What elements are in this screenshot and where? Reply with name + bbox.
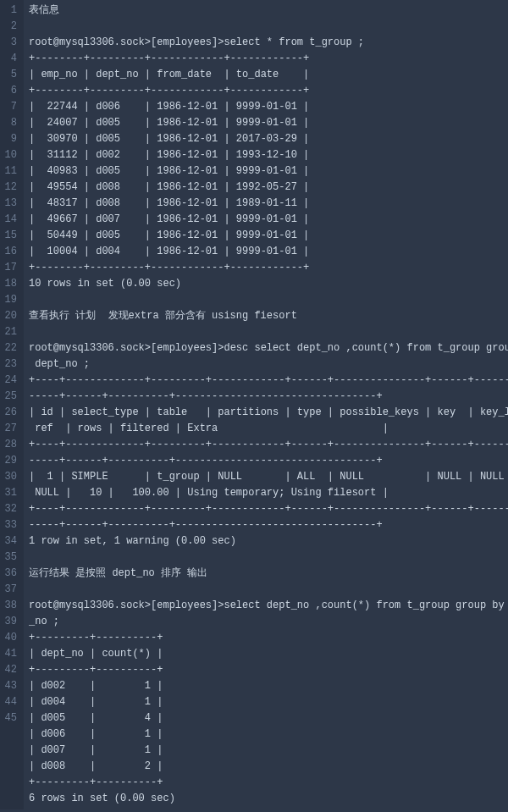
code-line: | d004 | 1 | <box>29 694 503 710</box>
code-line: | 31112 | d002 | 1986-12-01 | 1993-12-10… <box>29 147 503 163</box>
code-line: | 24007 | d005 | 1986-12-01 | 9999-01-01… <box>29 115 503 131</box>
line-number <box>3 775 17 791</box>
line-number: 42 <box>3 662 17 678</box>
line-number: 7 <box>3 99 17 115</box>
code-line: | d006 | 1 | <box>29 726 503 743</box>
line-number: 13 <box>3 196 17 212</box>
line-number <box>3 726 17 743</box>
line-number: 33 <box>3 517 17 533</box>
code-line <box>29 19 503 35</box>
line-number: 12 <box>3 180 17 196</box>
line-number: 15 <box>3 228 17 244</box>
line-number: 2 <box>3 19 17 35</box>
code-line: | 22744 | d006 | 1986-12-01 | 9999-01-01… <box>29 99 503 115</box>
line-number: 44 <box>3 694 17 710</box>
code-line: dept_no ; <box>29 356 503 373</box>
line-number: 11 <box>3 163 17 180</box>
line-number: 26 <box>3 405 17 421</box>
code-line: | d002 | 1 | <box>29 678 503 694</box>
code-line: +---------+----------+ <box>29 775 503 791</box>
code-line: +----+-------------+---------+----------… <box>29 437 503 453</box>
line-number: 38 <box>3 598 17 614</box>
code-line: | 49667 | d007 | 1986-12-01 | 9999-01-01… <box>29 212 503 228</box>
code-line: 运行结果 是按照 dept_no 排序 输出 <box>29 566 503 582</box>
code-line: | 10004 | d004 | 1986-12-01 | 9999-01-01… <box>29 244 503 260</box>
code-line: root@mysql3306.sock>[employees]>select *… <box>29 35 503 51</box>
code-line: | 40983 | d005 | 1986-12-01 | 9999-01-01… <box>29 163 503 180</box>
code-line: -----+------+----------+----------------… <box>29 453 503 469</box>
line-number <box>3 791 17 807</box>
code-line: -----+------+----------+----------------… <box>29 517 503 533</box>
code-line: | d005 | 4 | <box>29 710 503 726</box>
code-line <box>29 550 503 566</box>
line-number <box>3 743 17 759</box>
line-number <box>3 759 17 775</box>
line-number: 21 <box>3 324 17 340</box>
line-number: 39 <box>3 614 17 630</box>
code-line: | d007 | 1 | <box>29 743 503 759</box>
code-line: 查看执行 计划 发现extra 部分含有 usisng fiesort <box>29 308 503 324</box>
code-line: +---------+----------+ <box>29 662 503 678</box>
line-number: 14 <box>3 212 17 228</box>
code-line: | 48317 | d008 | 1986-12-01 | 1989-01-11… <box>29 196 503 212</box>
code-line: | 30970 | d005 | 1986-12-01 | 2017-03-29… <box>29 131 503 147</box>
line-number: 45 <box>3 710 17 726</box>
line-number: 43 <box>3 678 17 694</box>
line-number: 24 <box>3 373 17 389</box>
code-line: | 1 | SIMPLE | t_group | NULL | ALL | NU… <box>29 469 503 485</box>
line-number: 34 <box>3 533 17 550</box>
code-line: 1 row in set, 1 warning (0.00 sec) <box>29 533 503 550</box>
line-number: 5 <box>3 67 17 83</box>
code-line: NULL | 10 | 100.00 | Using temporary; Us… <box>29 485 503 501</box>
line-number: 23 <box>3 356 17 373</box>
code-line: | dept_no | count(*) | <box>29 646 503 662</box>
code-line: -----+------+----------+----------------… <box>29 389 503 405</box>
line-number: 29 <box>3 453 17 469</box>
code-line <box>29 324 503 340</box>
code-line: | 50449 | d005 | 1986-12-01 | 9999-01-01… <box>29 228 503 244</box>
code-editor: 1234567891011121314151617181920212223242… <box>0 0 508 809</box>
line-number: 20 <box>3 308 17 324</box>
code-line: 6 rows in set (0.00 sec) <box>29 791 503 807</box>
code-line <box>29 292 503 308</box>
line-number: 31 <box>3 485 17 501</box>
code-line: +--------+---------+------------+-------… <box>29 83 503 99</box>
code-line: ref | rows | filtered | Extra | <box>29 421 503 437</box>
line-number: 30 <box>3 469 17 485</box>
code-line: +----+-------------+---------+----------… <box>29 373 503 389</box>
code-line: root@mysql3306.sock>[employees]>desc sel… <box>29 340 503 356</box>
line-number: 19 <box>3 292 17 308</box>
line-number: 36 <box>3 566 17 582</box>
line-number: 9 <box>3 131 17 147</box>
line-number: 16 <box>3 244 17 260</box>
code-line: 10 rows in set (0.00 sec) <box>29 276 503 292</box>
code-line: root@mysql3306.sock>[employees]>select d… <box>29 598 503 614</box>
line-number: 35 <box>3 550 17 566</box>
code-line: 表信息 <box>29 3 503 19</box>
line-number: 10 <box>3 147 17 163</box>
line-number: 25 <box>3 389 17 405</box>
code-line: +--------+---------+------------+-------… <box>29 51 503 67</box>
code-line: | emp_no | dept_no | from_date | to_date… <box>29 67 503 83</box>
code-line: +----+-------------+---------+----------… <box>29 501 503 517</box>
code-line: | id | select_type | table | partitions … <box>29 405 503 421</box>
line-number: 22 <box>3 340 17 356</box>
line-number: 27 <box>3 421 17 437</box>
code-line <box>29 582 503 598</box>
line-number: 28 <box>3 437 17 453</box>
code-line: +---------+----------+ <box>29 630 503 646</box>
code-line: | d008 | 2 | <box>29 759 503 775</box>
line-number: 3 <box>3 35 17 51</box>
code-line: +--------+---------+------------+-------… <box>29 260 503 276</box>
code-line: | 49554 | d008 | 1986-12-01 | 1992-05-27… <box>29 180 503 196</box>
line-number: 18 <box>3 276 17 292</box>
line-number: 4 <box>3 51 17 67</box>
line-number: 1 <box>3 3 17 19</box>
line-number: 8 <box>3 115 17 131</box>
line-number: 6 <box>3 83 17 99</box>
line-number: 32 <box>3 501 17 517</box>
line-number: 41 <box>3 646 17 662</box>
line-number: 37 <box>3 582 17 598</box>
line-number: 17 <box>3 260 17 276</box>
code-content[interactable]: 表信息 root@mysql3306.sock>[employees]>sele… <box>24 0 508 809</box>
